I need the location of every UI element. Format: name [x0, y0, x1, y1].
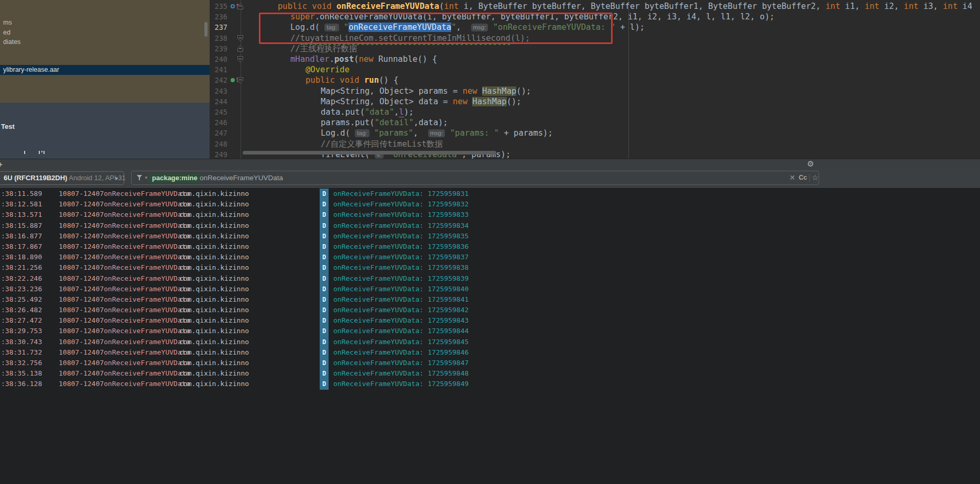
log-cell: com.qixin.kizinno [179, 294, 249, 305]
log-row[interactable]: :38:17.86710807-12407onReceiveFrameYUVDa… [0, 241, 980, 252]
filter-chip-package-mine[interactable]: package:mine [149, 173, 201, 183]
log-cell: onReceiveFrameYUVData [104, 379, 190, 389]
add-tab-icon[interactable]: + [0, 160, 3, 169]
log-cell: :38:13.571 [1, 210, 42, 220]
log-row[interactable]: :38:30.74310807-12407onReceiveFrameYUVDa… [0, 337, 980, 347]
log-row[interactable]: :38:21.25610807-12407onReceiveFrameYUVDa… [0, 262, 980, 273]
log-level-badge: D [320, 210, 329, 220]
log-level-badge: D [320, 294, 329, 305]
log-cell: :38:16.877 [1, 231, 42, 241]
code-line-240[interactable]: mHandler.post(new Runnable() { [290, 54, 437, 64]
code-line-241[interactable]: @Override [306, 64, 350, 75]
fold-marker-icon[interactable] [237, 77, 243, 83]
code-line-236[interactable]: super.onReceiveFrameYUVData(i, byteBuffe… [290, 12, 775, 22]
log-level-badge: D [320, 231, 329, 241]
log-cell: 10807-12407 [59, 210, 104, 220]
log-row[interactable]: :38:25.49210807-12407onReceiveFrameYUVDa… [0, 294, 980, 305]
log-cell: 10807-12407 [59, 252, 104, 262]
editor-horizontal-scrollbar[interactable] [243, 151, 496, 155]
code-line-237[interactable]: Log.d( tag: "onReceiveFrameYUVData", msg… [290, 22, 645, 32]
chevron-down-icon[interactable]: ▼ [114, 172, 119, 185]
log-cell: onReceiveFrameYUVData [104, 241, 190, 252]
code-line-238[interactable]: //tuyatimeLineCom.setCurrentTimeInMillis… [290, 33, 530, 43]
settings-gear-icon[interactable]: ⚙ [807, 159, 814, 169]
match-case-button[interactable]: Cc [799, 171, 807, 184]
tree-item-test[interactable]: Test [1, 123, 15, 130]
logcat-filter-input[interactable]: ▼ package:mine onReceiveFrameYUVData ✕ C… [131, 171, 819, 185]
code-line-243[interactable]: Map<String, Object> params = new HashMap… [321, 86, 531, 96]
log-cell: com.qixin.kizinno [179, 221, 249, 231]
log-cell: onReceiveFrameYUVData [104, 337, 190, 347]
filter-funnel-stem [139, 178, 140, 180]
override-method-icon[interactable] [231, 78, 235, 82]
code-line-242[interactable]: public void run() { [306, 75, 398, 85]
log-row[interactable]: :38:11.58910807-12407onReceiveFrameYUVDa… [0, 189, 980, 199]
log-row[interactable]: :38:23.23610807-12407onReceiveFrameYUVDa… [0, 284, 980, 294]
code-line-239[interactable]: //主线程执行数据 [290, 43, 357, 54]
log-row[interactable]: :38:22.24610807-12407onReceiveFrameYUVDa… [0, 273, 980, 284]
log-cell: onReceiveFrameYUVData [104, 221, 190, 231]
log-cell: :38:27.472 [1, 315, 42, 326]
log-cell: onReceiveFrameYUVData [104, 262, 190, 273]
logcat-toolbar: + ⚙ [0, 159, 980, 169]
log-level-badge: D [320, 368, 329, 379]
favorite-star-icon[interactable]: ☆ [812, 171, 819, 184]
log-cell: onReceiveFrameYUVData [104, 368, 190, 379]
log-cell: onReceiveFrameYUVData [104, 210, 190, 220]
code-line-248[interactable]: //自定义事件回传timeList数据 [321, 139, 443, 149]
override-method-icon[interactable] [231, 4, 235, 8]
log-cell: :38:18.890 [1, 252, 42, 262]
log-cell: 10807-12407 [59, 199, 104, 210]
log-cell: 10807-12407 [59, 262, 104, 273]
log-cell: onReceiveFrameYUVData: 1725959836 [333, 241, 469, 252]
code-line-235[interactable]: public void onReceiveFrameYUVData(int i,… [278, 1, 972, 12]
log-cell: :38:25.492 [1, 294, 42, 305]
log-row[interactable]: :38:32.75610807-12407onReceiveFrameYUVDa… [0, 358, 980, 368]
log-row[interactable]: :38:27.47210807-12407onReceiveFrameYUVDa… [0, 315, 980, 326]
project-tree-background [0, 0, 210, 103]
log-row[interactable]: :38:29.75310807-12407onReceiveFrameYUVDa… [0, 326, 980, 336]
device-selector[interactable]: 6U (RFCR119B2DH) Android 12, API 31 ▼ [0, 171, 124, 185]
log-cell: com.qixin.kizinno [179, 337, 249, 347]
code-line-246[interactable]: params.put("detail",data); [321, 117, 448, 128]
log-cell: com.qixin.kizinno [179, 326, 249, 336]
log-cell: onReceiveFrameYUVData: 1725959838 [333, 262, 469, 273]
log-row[interactable]: :38:35.13810807-12407onReceiveFrameYUVDa… [0, 368, 980, 379]
log-cell: 10807-12407 [59, 305, 104, 315]
log-cell: onReceiveFrameYUVData: 1725959840 [333, 284, 469, 294]
fold-marker-icon[interactable] [237, 56, 243, 62]
code-editor[interactable]: 235↑236237238239240241242↑24324424524624… [210, 0, 980, 159]
fold-marker-icon[interactable] [237, 35, 243, 41]
filter-query-text[interactable]: onReceiveFrameYUVData [200, 171, 283, 184]
selected-tree-item[interactable]: ylibrary-release.aar [0, 65, 210, 75]
filter-divider [809, 174, 810, 182]
clear-filter-icon[interactable]: ✕ [789, 171, 796, 184]
log-row[interactable]: :38:13.57110807-12407onReceiveFrameYUVDa… [0, 210, 980, 220]
fold-marker-icon[interactable] [237, 46, 243, 52]
log-row[interactable]: :38:26.48210807-12407onReceiveFrameYUVDa… [0, 305, 980, 315]
code-line-244[interactable]: Map<String, Object> data = new HashMap()… [321, 96, 521, 107]
fold-marker-icon[interactable] [237, 3, 243, 9]
log-row[interactable]: :38:36.12810807-12407onReceiveFrameYUVDa… [0, 379, 980, 389]
log-cell: :38:12.581 [1, 199, 42, 210]
project-scrollbar[interactable] [204, 22, 208, 37]
tree-item[interactable]: diates [3, 37, 20, 47]
filter-caret-icon[interactable]: ▼ [144, 171, 148, 184]
line-number: 247 [210, 128, 227, 138]
log-cell: :38:29.753 [1, 326, 42, 336]
log-cell: com.qixin.kizinno [179, 305, 249, 315]
log-cell: onReceiveFrameYUVData [104, 305, 190, 315]
code-line-247[interactable]: Log.d( tag: "params", msg: "params: " + … [321, 128, 553, 138]
log-row[interactable]: :38:16.87710807-12407onReceiveFrameYUVDa… [0, 231, 980, 241]
log-row[interactable]: :38:12.58110807-12407onReceiveFrameYUVDa… [0, 199, 980, 210]
log-row[interactable]: :38:31.73210807-12407onReceiveFrameYUVDa… [0, 347, 980, 358]
log-cell: onReceiveFrameYUVData [104, 347, 190, 358]
log-row[interactable]: :38:18.89010807-12407onReceiveFrameYUVDa… [0, 252, 980, 262]
log-row[interactable]: :38:15.88710807-12407onReceiveFrameYUVDa… [0, 221, 980, 231]
tree-item[interactable]: ms [3, 18, 12, 27]
line-number: 243 [210, 86, 227, 96]
log-list[interactable]: :38:11.58910807-12407onReceiveFrameYUVDa… [0, 189, 980, 484]
log-cell: :38:36.128 [1, 379, 42, 389]
code-line-245[interactable]: data.put("data",l); [321, 107, 413, 117]
tree-item[interactable]: ed [3, 28, 10, 37]
